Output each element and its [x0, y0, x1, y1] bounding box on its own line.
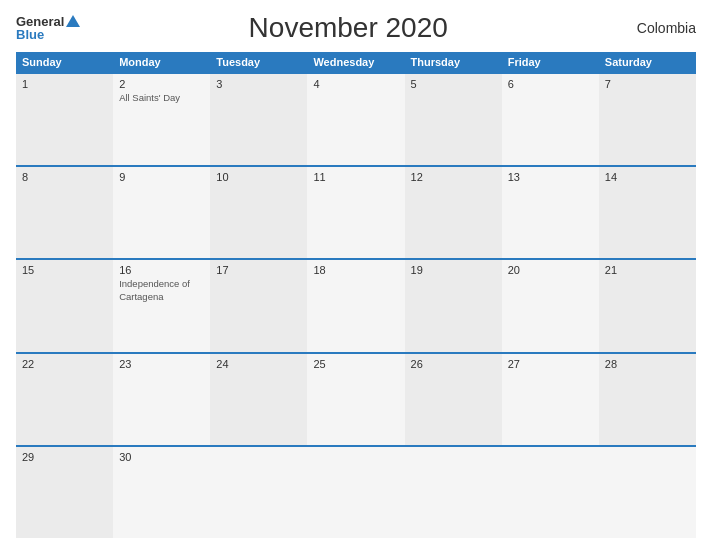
day-number: 8 — [22, 171, 107, 183]
calendar-week: 22232425262728 — [16, 352, 696, 445]
day-number: 4 — [313, 78, 398, 90]
calendar-cell: 8 — [16, 167, 113, 258]
logo: General Blue — [16, 15, 80, 41]
calendar-cell: 2All Saints' Day — [113, 74, 210, 165]
calendar-cell: 25 — [307, 354, 404, 445]
calendar-cell: 3 — [210, 74, 307, 165]
calendar-cell: 24 — [210, 354, 307, 445]
calendar-cell: 28 — [599, 354, 696, 445]
day-number: 14 — [605, 171, 690, 183]
calendar-cell: 1 — [16, 74, 113, 165]
calendar-title: November 2020 — [80, 12, 616, 44]
day-number: 2 — [119, 78, 204, 90]
day-number: 29 — [22, 451, 107, 463]
calendar-cell: 21 — [599, 260, 696, 351]
country-label: Colombia — [616, 20, 696, 36]
calendar-cell: 11 — [307, 167, 404, 258]
holiday-label: All Saints' Day — [119, 92, 204, 104]
day-number: 9 — [119, 171, 204, 183]
calendar-cell: 14 — [599, 167, 696, 258]
weekday-header: Saturday — [599, 52, 696, 72]
calendar-cell — [502, 447, 599, 538]
calendar-cell: 23 — [113, 354, 210, 445]
calendar-week: 2930 — [16, 445, 696, 538]
day-number: 25 — [313, 358, 398, 370]
page: General Blue November 2020 Colombia Sund… — [0, 0, 712, 550]
day-number: 13 — [508, 171, 593, 183]
calendar-cell: 12 — [405, 167, 502, 258]
calendar-header: SundayMondayTuesdayWednesdayThursdayFrid… — [16, 52, 696, 72]
day-number: 27 — [508, 358, 593, 370]
calendar-cell: 27 — [502, 354, 599, 445]
day-number: 19 — [411, 264, 496, 276]
day-number: 20 — [508, 264, 593, 276]
calendar-cell: 20 — [502, 260, 599, 351]
header: General Blue November 2020 Colombia — [16, 12, 696, 44]
calendar-cell: 13 — [502, 167, 599, 258]
holiday-label: Independence of Cartagena — [119, 278, 204, 303]
day-number: 12 — [411, 171, 496, 183]
logo-triangle-icon — [66, 15, 80, 27]
day-number: 26 — [411, 358, 496, 370]
day-number: 18 — [313, 264, 398, 276]
calendar-cell: 10 — [210, 167, 307, 258]
calendar: SundayMondayTuesdayWednesdayThursdayFrid… — [16, 52, 696, 538]
calendar-cell: 15 — [16, 260, 113, 351]
day-number: 24 — [216, 358, 301, 370]
day-number: 6 — [508, 78, 593, 90]
calendar-cell: 6 — [502, 74, 599, 165]
logo-blue: Blue — [16, 28, 44, 41]
calendar-cell: 17 — [210, 260, 307, 351]
calendar-week: 12All Saints' Day34567 — [16, 72, 696, 165]
day-number: 28 — [605, 358, 690, 370]
weekday-header: Sunday — [16, 52, 113, 72]
calendar-cell: 7 — [599, 74, 696, 165]
calendar-cell: 22 — [16, 354, 113, 445]
weekday-header: Friday — [502, 52, 599, 72]
day-number: 15 — [22, 264, 107, 276]
day-number: 5 — [411, 78, 496, 90]
day-number: 17 — [216, 264, 301, 276]
day-number: 3 — [216, 78, 301, 90]
calendar-cell: 4 — [307, 74, 404, 165]
calendar-cell: 18 — [307, 260, 404, 351]
day-number: 7 — [605, 78, 690, 90]
calendar-cell: 9 — [113, 167, 210, 258]
calendar-body: 12All Saints' Day345678910111213141516In… — [16, 72, 696, 538]
calendar-cell — [210, 447, 307, 538]
day-number: 1 — [22, 78, 107, 90]
weekday-header: Thursday — [405, 52, 502, 72]
calendar-cell — [405, 447, 502, 538]
day-number: 16 — [119, 264, 204, 276]
calendar-week: 891011121314 — [16, 165, 696, 258]
calendar-cell: 19 — [405, 260, 502, 351]
calendar-cell: 26 — [405, 354, 502, 445]
day-number: 22 — [22, 358, 107, 370]
weekday-header: Wednesday — [307, 52, 404, 72]
day-number: 30 — [119, 451, 204, 463]
calendar-cell: 16Independence of Cartagena — [113, 260, 210, 351]
calendar-week: 1516Independence of Cartagena1718192021 — [16, 258, 696, 351]
day-number: 21 — [605, 264, 690, 276]
day-number: 10 — [216, 171, 301, 183]
calendar-cell — [599, 447, 696, 538]
day-number: 23 — [119, 358, 204, 370]
calendar-cell: 5 — [405, 74, 502, 165]
day-number: 11 — [313, 171, 398, 183]
weekday-header: Tuesday — [210, 52, 307, 72]
calendar-cell: 29 — [16, 447, 113, 538]
calendar-cell — [307, 447, 404, 538]
calendar-cell: 30 — [113, 447, 210, 538]
weekday-header: Monday — [113, 52, 210, 72]
